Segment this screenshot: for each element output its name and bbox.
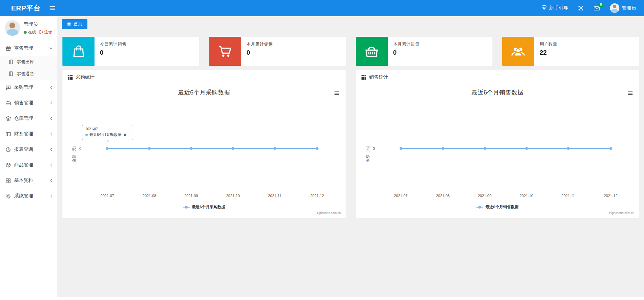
top-navbar: ERP平台 新手引导 0 管理员 bbox=[0, 0, 644, 16]
sidebar-item-label: 仓库管理 bbox=[14, 115, 33, 121]
purchase-stats-panel: 采购统计 最近6个月采购数据 金额（元） 0 bbox=[62, 70, 346, 218]
chevron-left-icon bbox=[50, 85, 53, 89]
main-content: 首页 今日累计销售 0 本月累计销售 0 bbox=[57, 16, 644, 300]
app-brand[interactable]: ERP平台 bbox=[0, 3, 41, 13]
x-axis-tick: 2021-09 bbox=[471, 194, 499, 198]
stat-card-value: 22 bbox=[540, 49, 557, 56]
legend-label: 最近6个月销售数据 bbox=[485, 204, 518, 210]
messages-button[interactable]: 0 bbox=[594, 6, 600, 11]
x-axis-tick: 2021-11 bbox=[261, 194, 289, 198]
sidebar-item-label: 零售退货 bbox=[17, 71, 34, 77]
briefcase-icon bbox=[5, 100, 11, 106]
sidebar-item-retail-outbound[interactable]: 零售出库 bbox=[0, 56, 57, 68]
highcharts-credit[interactable]: Highcharts.com.cn bbox=[316, 211, 341, 215]
sidebar-toggle-icon[interactable] bbox=[50, 6, 55, 10]
stat-card-value: 0 bbox=[246, 49, 273, 56]
chevron-down-icon bbox=[49, 47, 53, 50]
chevron-left-icon bbox=[50, 101, 53, 105]
pie-chart-icon bbox=[5, 147, 11, 153]
fullscreen-button[interactable] bbox=[578, 5, 584, 11]
th-grid-icon bbox=[361, 75, 366, 80]
chevron-left-icon bbox=[50, 163, 53, 167]
sidebar-item-system[interactable]: 系统管理 bbox=[0, 188, 57, 204]
user-menu[interactable]: 管理员 bbox=[610, 3, 636, 13]
ledger-icon bbox=[5, 131, 11, 137]
legend-marker-icon bbox=[476, 206, 483, 209]
tab-label: 首页 bbox=[74, 21, 82, 27]
tab-home[interactable]: 首页 bbox=[62, 19, 87, 29]
user-name: 管理员 bbox=[24, 21, 52, 27]
series-dot-icon bbox=[85, 134, 88, 136]
stat-card-month-purchase: 本月累计进货 0 bbox=[356, 37, 492, 66]
highcharts-credit[interactable]: Highcharts.com.cn bbox=[609, 211, 634, 215]
stat-card-label: 今日累计销售 bbox=[100, 41, 126, 47]
stat-card-month-sales: 本月累计销售 0 bbox=[209, 37, 346, 66]
chevron-left-icon bbox=[50, 147, 53, 152]
grid-icon bbox=[5, 178, 11, 184]
guide-label: 新手引导 bbox=[549, 5, 568, 11]
shopping-cart-icon bbox=[209, 37, 241, 66]
shopping-basket-icon bbox=[356, 37, 388, 66]
sidebar-item-retail-return[interactable]: 零售退货 bbox=[0, 68, 57, 80]
sidebar-item-label: 零售出库 bbox=[17, 59, 34, 65]
gift-icon bbox=[5, 46, 11, 51]
legend-marker-icon bbox=[183, 206, 190, 209]
online-status: 在线 bbox=[28, 29, 36, 35]
chevron-left-icon bbox=[50, 194, 53, 198]
sidebar-item-label: 报表查询 bbox=[14, 146, 33, 153]
sidebar-item-label: 零售管理 bbox=[14, 45, 33, 51]
users-icon bbox=[502, 37, 534, 66]
sidebar-item-retail[interactable]: 零售管理 bbox=[0, 40, 57, 56]
shopping-bag-icon bbox=[62, 37, 95, 66]
avatar bbox=[5, 20, 20, 36]
x-axis-tick: 2021-10 bbox=[219, 194, 247, 198]
legend-label: 最近6个月采购数据 bbox=[192, 204, 225, 210]
sidebar-item-sales[interactable]: 销售管理 bbox=[0, 95, 57, 111]
tooltip-header: 2021-07 bbox=[85, 127, 130, 131]
x-axis-tick: 2021-09 bbox=[177, 194, 205, 198]
chart-tooltip: 2021-07 最近6个月采购数据: 0 bbox=[82, 125, 133, 140]
footer bbox=[57, 297, 644, 300]
th-grid-icon bbox=[68, 75, 73, 80]
sidebar-user-panel: 管理员 在线 注销 bbox=[0, 16, 57, 40]
sales-chart: 最近6个月销售数据 金额（元） 0 2021-07 bbox=[356, 84, 639, 217]
legend-item[interactable]: 最近6个月采购数据 bbox=[62, 204, 346, 210]
gem-icon bbox=[541, 5, 547, 11]
tooltip-value: 0 bbox=[124, 133, 126, 137]
chevron-left-icon bbox=[50, 132, 53, 136]
sidebar-item-label: 商品管理 bbox=[14, 162, 33, 168]
home-icon bbox=[67, 22, 71, 26]
x-axis-tick: 2021-11 bbox=[554, 194, 582, 198]
layers-icon bbox=[5, 116, 11, 121]
sidebar-item-warehouse[interactable]: 仓库管理 bbox=[0, 111, 57, 126]
stat-card-label: 本月累计进货 bbox=[393, 41, 420, 47]
sidebar-item-label: 销售管理 bbox=[14, 100, 33, 106]
x-axis-tick: 2021-07 bbox=[386, 194, 415, 198]
sidebar-item-purchase[interactable]: 采购管理 bbox=[0, 80, 57, 95]
purchase-chart: 最近6个月采购数据 金额（元） 0 2021-07 bbox=[62, 84, 346, 217]
fullscreen-icon bbox=[578, 5, 584, 11]
guide-button[interactable]: 新手引导 bbox=[541, 5, 568, 11]
charts-row: 采购统计 最近6个月采购数据 金额（元） 0 bbox=[57, 66, 644, 218]
chevron-left-icon bbox=[50, 116, 53, 120]
sign-out-icon bbox=[39, 30, 43, 34]
legend-item[interactable]: 最近6个月销售数据 bbox=[356, 204, 639, 210]
tooltip-series-label: 最近6个月采购数据: bbox=[89, 132, 122, 137]
sidebar-item-label: 基本资料 bbox=[14, 178, 33, 184]
gear-icon bbox=[5, 193, 11, 199]
tab-bar: 首页 bbox=[57, 16, 644, 29]
sidebar-item-reports[interactable]: 报表查询 bbox=[0, 142, 57, 157]
sidebar-item-basic-data[interactable]: 基本资料 bbox=[0, 173, 57, 188]
logout-link[interactable]: 注销 bbox=[39, 29, 52, 35]
sidebar-item-goods[interactable]: 商品管理 bbox=[0, 157, 57, 173]
avatar bbox=[610, 3, 619, 13]
x-axis-tick: 2021-07 bbox=[93, 194, 122, 198]
sidebar-submenu-retail: 零售出库 零售退货 bbox=[0, 56, 57, 80]
box-icon bbox=[5, 162, 11, 168]
sidebar: 管理员 在线 注销 零售管理 bbox=[0, 16, 57, 300]
sales-stats-panel: 销售统计 最近6个月销售数据 金额（元） 0 bbox=[356, 70, 639, 218]
sidebar-item-finance[interactable]: 财务管理 bbox=[0, 126, 57, 142]
x-axis-tick: 2021-10 bbox=[512, 194, 541, 198]
panel-title: 采购统计 bbox=[76, 74, 95, 80]
stat-card-today-sales: 今日累计销售 0 bbox=[62, 37, 199, 66]
